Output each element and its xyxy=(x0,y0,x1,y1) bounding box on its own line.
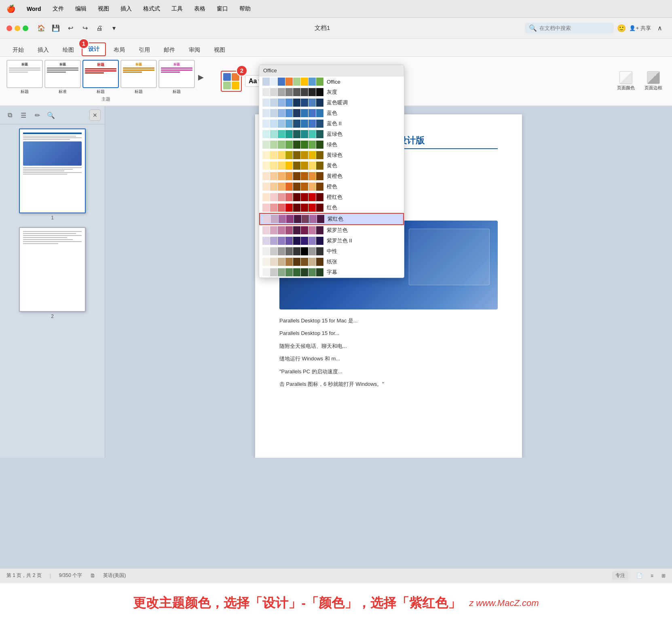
swatch xyxy=(293,268,300,276)
swatch xyxy=(316,204,323,212)
color-row-0[interactable]: Office xyxy=(259,76,404,87)
swatches-10 xyxy=(262,183,323,191)
tab-layout[interactable]: 布局 xyxy=(108,44,131,56)
color-row-11[interactable]: 橙红色 xyxy=(259,192,404,202)
color-row-13[interactable]: 紫红色紫红色3 xyxy=(259,213,404,225)
sidebar-edit-icon[interactable]: ✏ xyxy=(32,109,43,121)
instruction-banner: 更改主题颜色，选择「设计」-「颜色」，选择「紫红色」 z www.MacZ.co… xyxy=(0,583,672,623)
theme-thumb-5[interactable]: 标题 xyxy=(158,60,195,88)
swatch xyxy=(285,183,293,191)
color-row-17[interactable]: 纸张 xyxy=(259,257,404,267)
print-icon[interactable]: 🖨 xyxy=(94,23,105,34)
menu-file[interactable]: 文件 xyxy=(51,4,66,13)
menu-table[interactable]: 表格 xyxy=(192,4,207,13)
color-row-9[interactable]: 黄橙色 xyxy=(259,171,404,181)
menu-window[interactable]: 窗口 xyxy=(215,4,230,13)
page-border-button[interactable]: 页面边框 xyxy=(641,69,666,93)
view-doc-icon[interactable]: 📄 xyxy=(636,573,642,579)
collapse-ribbon-icon[interactable]: ∧ xyxy=(654,23,666,34)
color-row-7[interactable]: 黄绿色 xyxy=(259,150,404,160)
tab-start[interactable]: 开始 xyxy=(6,44,30,56)
smiley-icon[interactable]: 🙂 xyxy=(617,24,626,33)
page-thumb-2[interactable] xyxy=(19,227,86,312)
theme-thumb-2[interactable]: 标题 xyxy=(44,60,81,88)
page-thumb-1-container[interactable]: 1 xyxy=(19,128,86,221)
color-row-5[interactable]: 蓝绿色 xyxy=(259,129,404,139)
swatch xyxy=(278,109,285,117)
theme-thumb-default[interactable]: 标题 xyxy=(6,60,43,88)
undo-icon[interactable]: ↩ xyxy=(65,23,76,34)
swatch xyxy=(309,151,316,159)
font-aa-label: Aa xyxy=(249,78,257,85)
theme-thumb-4[interactable]: 标题 xyxy=(120,60,157,88)
tab-references[interactable]: 引用 xyxy=(133,44,156,56)
color-row-12[interactable]: 红色 xyxy=(259,202,404,213)
color-row-15[interactable]: 紫罗兰色 II xyxy=(259,236,404,246)
apple-icon[interactable]: 🍎 xyxy=(6,4,15,13)
swatches-1 xyxy=(262,88,323,96)
color-row-1[interactable]: 灰度 xyxy=(259,87,404,97)
page-color-button[interactable]: 页面颜色 xyxy=(614,69,638,93)
share-button[interactable]: 👤+ 共享 xyxy=(629,25,651,32)
menu-insert[interactable]: 插入 xyxy=(119,4,133,13)
color-dropdown-list[interactable]: Office灰度蓝色暖调蓝色蓝色 II蓝绿色绿色黄绿色黄色黄橙色橙色橙红色红色紫… xyxy=(259,76,404,278)
color-row-6[interactable]: 绿色 xyxy=(259,139,404,150)
minimize-button[interactable] xyxy=(15,25,20,31)
color-row-4[interactable]: 蓝色 II xyxy=(259,118,404,129)
color-row-14[interactable]: 紫罗兰色 xyxy=(259,225,404,236)
fullscreen-button[interactable] xyxy=(23,25,28,31)
color-row-3[interactable]: 蓝色 xyxy=(259,108,404,118)
thumb1-title-bar xyxy=(23,133,82,134)
color-row-10[interactable]: 橙色 xyxy=(259,181,404,192)
menu-view[interactable]: 视图 xyxy=(96,4,111,13)
menu-format[interactable]: 格式式 xyxy=(142,4,162,13)
more-icon[interactable]: ▾ xyxy=(108,23,120,34)
page-thumb-1[interactable] xyxy=(19,128,86,213)
color-row-2[interactable]: 蓝色暖调 xyxy=(259,97,404,108)
sidebar-copy-icon[interactable]: ⧉ xyxy=(4,109,15,121)
swatch xyxy=(270,141,277,149)
color-row-16[interactable]: 中性 xyxy=(259,246,404,257)
sidebar-list-icon[interactable]: ☰ xyxy=(18,109,29,121)
swatch xyxy=(293,258,300,266)
view-list-icon[interactable]: ≡ xyxy=(651,573,653,579)
menu-tools[interactable]: 工具 xyxy=(170,4,184,13)
menu-edit[interactable]: 编辑 xyxy=(74,4,88,13)
home-icon[interactable]: 🏠 xyxy=(36,23,47,34)
save-icon[interactable]: 💾 xyxy=(50,23,61,34)
tab-draw[interactable]: 绘图 xyxy=(57,44,80,56)
color-name-6: 绿色 xyxy=(327,141,401,148)
tab-insert[interactable]: 插入 xyxy=(32,44,55,56)
sidebar-search-icon[interactable]: 🔍 xyxy=(45,109,57,121)
theme-scroll-right[interactable]: ▶ xyxy=(197,73,205,82)
tab-design[interactable]: 设计 1 xyxy=(82,42,106,56)
view-grid-icon[interactable]: ⊞ xyxy=(661,573,666,579)
close-button[interactable] xyxy=(6,25,12,31)
menu-word[interactable]: Word xyxy=(25,5,43,13)
tab-review[interactable]: 审阅 xyxy=(183,44,206,56)
sidebar-close-icon[interactable]: ✕ xyxy=(89,109,101,121)
tab-view[interactable]: 视图 xyxy=(208,44,231,56)
menu-help[interactable]: 帮助 xyxy=(238,4,252,13)
focus-mode[interactable]: 专注 xyxy=(612,571,628,580)
swatch xyxy=(316,237,323,245)
search-bar[interactable]: 🔍 xyxy=(525,23,614,34)
swatch xyxy=(278,247,285,255)
swatch xyxy=(293,172,300,180)
color-row-8[interactable]: 黄色 xyxy=(259,160,404,171)
tab-mail[interactable]: 邮件 xyxy=(158,44,181,56)
redo-icon[interactable]: ↪ xyxy=(79,23,91,34)
page-thumb-2-container[interactable]: 2 xyxy=(19,227,86,319)
swatch xyxy=(278,172,285,180)
swatch xyxy=(270,162,277,170)
search-input[interactable] xyxy=(539,25,604,31)
swatch xyxy=(270,88,277,96)
swatch xyxy=(317,215,324,223)
doc-caption-6: 击 Parallels 图标，6 秒就能打开 Windows。" xyxy=(279,379,498,389)
swatch xyxy=(309,172,316,180)
theme-thumb-active[interactable]: 标题 xyxy=(82,60,119,88)
color-row-18[interactable]: 字幕 xyxy=(259,267,404,278)
swatch xyxy=(285,109,293,117)
swatch xyxy=(262,120,270,128)
swatch xyxy=(316,120,323,128)
